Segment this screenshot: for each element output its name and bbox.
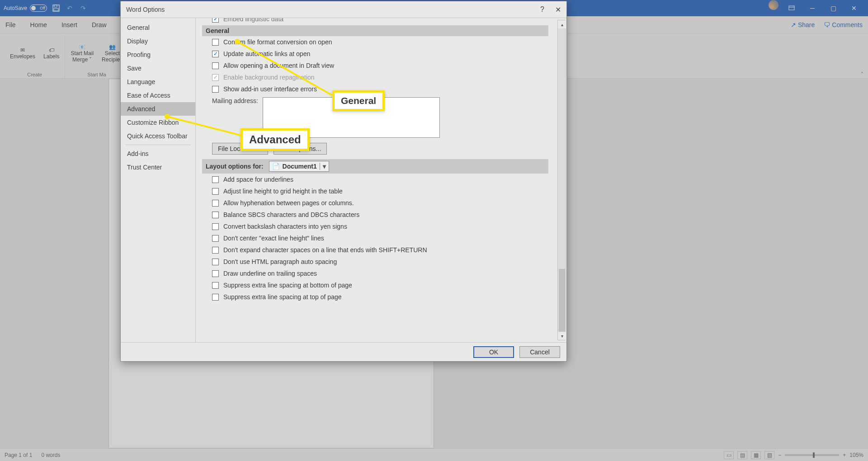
mailing-address-label: Mailing address:	[212, 97, 258, 104]
checkbox-icon: ✓	[212, 74, 219, 81]
check-layout-5[interactable]: Don't center "exact line height" lines	[202, 232, 548, 244]
nav-proofing[interactable]: Proofing	[121, 48, 195, 61]
check-general-0[interactable]: Confirm file format conversion on open	[202, 36, 548, 48]
checkbox-icon	[212, 294, 219, 301]
callout-general: General	[332, 90, 385, 111]
check-general-1[interactable]: ✓Update automatic links at open	[202, 48, 548, 60]
check-layout-4[interactable]: Convert backslash characters into yen si…	[202, 221, 548, 232]
check-label: Allow opening a document in Draft view	[223, 62, 334, 69]
dialog-scrollbar[interactable]: ▴ ▾	[557, 20, 566, 340]
check-layout-8[interactable]: Draw underline on trailing spaces	[202, 268, 548, 279]
checkbox-icon	[212, 176, 219, 183]
nav-general[interactable]: General	[121, 21, 195, 34]
layout-options-label: Layout options for:	[206, 163, 264, 170]
check-label: Balance SBCS characters and DBCS charact…	[223, 211, 359, 218]
check-layout-6[interactable]: Don't expand character spaces on a line …	[202, 244, 548, 256]
nav-separator	[125, 145, 191, 145]
document-icon: 📄	[272, 163, 280, 170]
checkbox-icon	[212, 86, 219, 93]
check-label: Add space for underlines	[223, 176, 293, 183]
check-label: Convert backslash characters into yen si…	[223, 223, 347, 230]
word-options-dialog: Word Options ? ✕ General Display Proofin…	[120, 1, 567, 362]
check-label: Draw underline on trailing spaces	[223, 270, 317, 277]
checkbox-icon	[212, 223, 219, 230]
checkbox-icon: ✓	[212, 51, 219, 57]
dialog-title: Word Options	[126, 6, 165, 13]
checkbox-icon	[212, 259, 219, 265]
nav-ease-of-access[interactable]: Ease of Access	[121, 89, 195, 102]
dialog-titlebar: Word Options ? ✕	[121, 1, 566, 18]
check-layout-2[interactable]: Allow hyphenation between pages or colum…	[202, 197, 548, 209]
checkbox-icon	[212, 235, 219, 242]
check-label: Suppress extra line spacing at top of pa…	[223, 293, 342, 301]
check-label: Don't center "exact line height" lines	[223, 235, 324, 242]
check-label: Confirm file format conversion on open	[223, 38, 332, 46]
check-layout-10[interactable]: Suppress extra line spacing at top of pa…	[202, 291, 548, 303]
check-label: Don't expand character spaces on a line …	[223, 246, 427, 254]
check-label: Don't use HTML paragraph auto spacing	[223, 258, 337, 265]
checkbox-icon	[212, 212, 219, 218]
check-label: Adjust line height to grid height in the…	[223, 188, 343, 195]
nav-language[interactable]: Language	[121, 75, 195, 89]
nav-display[interactable]: Display	[121, 34, 195, 48]
scroll-down-icon[interactable]: ▾	[558, 332, 566, 340]
checkbox-icon	[212, 247, 219, 254]
check-label: Update automatic links at open	[223, 50, 310, 57]
callout-advanced: Advanced	[241, 128, 310, 151]
check-layout-9[interactable]: Suppress extra line spacing at bottom of…	[202, 279, 548, 291]
dialog-close-icon[interactable]: ✕	[555, 5, 561, 14]
dialog-nav: General Display Proofing Save Language E…	[121, 18, 196, 342]
checkbox-icon	[212, 200, 219, 207]
check-general-3: ✓Enable background repagination	[202, 71, 548, 83]
check-label: Embed linguistic data	[223, 18, 283, 23]
section-layout-header: Layout options for: 📄 Document1 ▾	[202, 159, 548, 174]
dialog-help-icon[interactable]: ?	[540, 5, 544, 14]
dialog-body: General Display Proofing Save Language E…	[121, 18, 566, 342]
nav-advanced[interactable]: Advanced	[121, 102, 195, 116]
ok-button[interactable]: OK	[473, 346, 514, 358]
check-label: Show add-in user interface errors	[223, 85, 317, 93]
checkbox-icon: ✓	[212, 18, 219, 23]
layout-doc-name: Document1	[283, 163, 317, 170]
check-label: Allow hyphenation between pages or colum…	[223, 199, 354, 207]
checkbox-icon	[212, 282, 219, 289]
check-label: Suppress extra line spacing at bottom of…	[223, 282, 352, 289]
check-embed-linguistic-truncated[interactable]: ✓Embed linguistic data	[202, 18, 548, 24]
nav-save[interactable]: Save	[121, 61, 195, 75]
checkbox-icon	[212, 62, 219, 69]
check-general-2[interactable]: Allow opening a document in Draft view	[202, 60, 548, 71]
nav-customize-ribbon[interactable]: Customize Ribbon	[121, 116, 195, 129]
check-layout-1[interactable]: Adjust line height to grid height in the…	[202, 185, 548, 197]
section-general-header: General	[202, 25, 548, 36]
dialog-footer: OK Cancel	[121, 342, 566, 361]
cancel-button[interactable]: Cancel	[519, 346, 560, 358]
nav-quick-access-toolbar[interactable]: Quick Access Toolbar	[121, 129, 195, 143]
nav-trust-center[interactable]: Trust Center	[121, 160, 195, 174]
checkbox-icon	[212, 270, 219, 277]
nav-add-ins[interactable]: Add-ins	[121, 147, 195, 160]
dialog-content: ✓Embed linguistic data General Confirm f…	[196, 18, 566, 342]
scroll-up-icon[interactable]: ▴	[558, 20, 566, 28]
check-layout-7[interactable]: Don't use HTML paragraph auto spacing	[202, 256, 548, 268]
check-layout-0[interactable]: Add space for underlines	[202, 174, 548, 185]
chevron-down-icon: ▾	[320, 163, 326, 170]
check-label: Enable background repagination	[223, 74, 315, 81]
checkbox-icon	[212, 39, 219, 46]
layout-document-combo[interactable]: 📄 Document1 ▾	[269, 161, 329, 172]
checkbox-icon	[212, 188, 219, 195]
scroll-thumb[interactable]	[559, 269, 565, 337]
check-layout-3[interactable]: Balance SBCS characters and DBCS charact…	[202, 209, 548, 221]
